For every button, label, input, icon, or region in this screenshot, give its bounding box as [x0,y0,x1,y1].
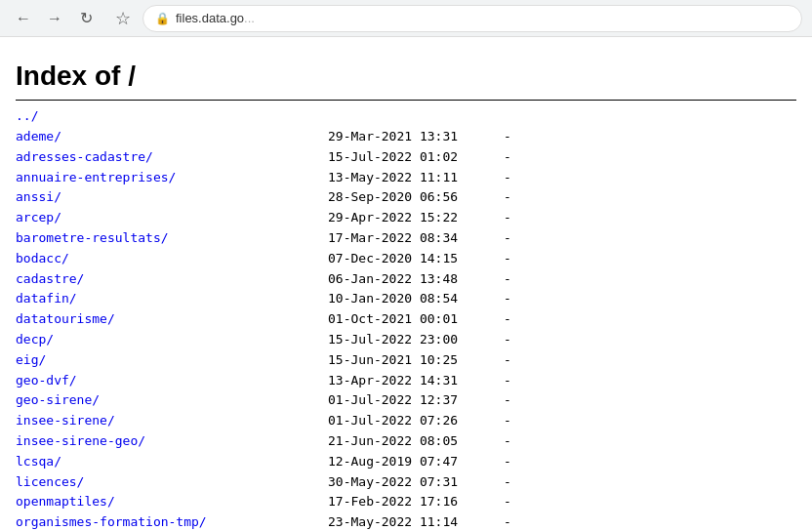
entries-container: ademe/29-Mar-2021 13:31-adresses-cadastr… [16,127,796,531]
list-item: geo-sirene/01-Jul-2022 12:37- [16,390,796,411]
file-date: 21-Jun-2022 08:05 [328,431,504,452]
file-link[interactable]: insee-sirene-geo/ [16,431,328,452]
list-item: licences/30-May-2022 07:31- [16,472,796,493]
file-link[interactable]: openmaptiles/ [16,492,328,512]
file-link[interactable]: annuaire-entreprises/ [16,168,328,188]
file-date: 15-Jun-2021 10:25 [328,350,504,371]
url-text: files.data.go... [176,11,255,25]
forward-button[interactable]: → [41,5,68,32]
list-item: organismes-formation-tmp/23-May-2022 11:… [16,512,796,531]
file-link[interactable]: ademe/ [16,127,328,147]
file-size: - [504,431,511,452]
reload-button[interactable]: ↻ [72,5,100,32]
page-content: Index of / ../ ademe/29-Mar-2021 13:31-a… [0,37,812,531]
file-link[interactable]: adresses-cadastre/ [16,147,328,168]
file-link[interactable]: arcep/ [16,208,328,228]
file-size: - [504,249,511,269]
file-date: 17-Feb-2022 17:16 [328,492,504,512]
file-size: - [504,452,511,472]
file-link[interactable]: decp/ [16,330,328,350]
file-size: - [504,127,511,147]
file-date: 28-Sep-2020 06:56 [328,187,504,208]
file-size: - [504,208,511,228]
file-date: 29-Mar-2021 13:31 [328,127,504,147]
list-item: insee-sirene-geo/21-Jun-2022 08:05- [16,431,796,452]
file-link[interactable]: geo-sirene/ [16,390,328,411]
file-date: 13-Apr-2022 14:31 [328,371,504,391]
list-item: arcep/29-Apr-2022 15:22- [16,208,796,228]
nav-buttons: ← → ↻ [10,5,100,32]
file-date: 17-Mar-2022 08:34 [328,228,504,249]
file-size: - [504,168,511,188]
file-size: - [504,147,511,168]
list-item: decp/15-Jul-2022 23:00- [16,330,796,350]
file-size: - [504,269,511,290]
list-item: barometre-resultats/17-Mar-2022 08:34- [16,228,796,249]
file-link[interactable]: insee-sirene/ [16,411,328,431]
file-size: - [504,390,511,411]
list-item: eig/15-Jun-2021 10:25- [16,350,796,371]
file-size: - [504,309,511,330]
file-size: - [504,350,511,371]
file-link[interactable]: licences/ [16,472,328,493]
file-link[interactable]: datafin/ [16,289,328,309]
list-item: cadastre/06-Jan-2022 13:48- [16,269,796,290]
url-display: files.data.go [176,11,244,25]
file-date: 13-May-2022 11:11 [328,168,504,188]
file-link[interactable]: datatourisme/ [16,309,328,330]
list-item: bodacc/07-Dec-2020 14:15- [16,249,796,269]
top-divider [16,100,796,101]
file-link[interactable]: cadastre/ [16,269,328,290]
file-date: 10-Jan-2020 08:54 [328,289,504,309]
list-item: anssi/28-Sep-2020 06:56- [16,187,796,208]
file-date: 12-Aug-2019 07:47 [328,452,504,472]
browser-toolbar: ← → ↻ ☆ 🔒 files.data.go... [0,0,812,37]
file-date: 15-Jul-2022 23:00 [328,330,504,350]
list-item: datafin/10-Jan-2020 08:54- [16,289,796,309]
file-size: - [504,371,511,391]
address-bar[interactable]: 🔒 files.data.go... [142,5,802,32]
file-size: - [504,492,511,512]
file-date: 01-Jul-2022 07:26 [328,411,504,431]
list-item: ademe/29-Mar-2021 13:31- [16,127,796,147]
file-size: - [504,187,511,208]
lock-icon: 🔒 [155,12,170,25]
list-item: adresses-cadastre/15-Jul-2022 01:02- [16,147,796,168]
file-date: 06-Jan-2022 13:48 [328,269,504,290]
file-date: 01-Oct-2021 00:01 [328,309,504,330]
file-link[interactable]: anssi/ [16,187,328,208]
file-size: - [504,411,511,431]
file-date: 15-Jul-2022 01:02 [328,147,504,168]
list-item: openmaptiles/17-Feb-2022 17:16- [16,492,796,512]
file-list: ../ ademe/29-Mar-2021 13:31-adresses-cad… [16,108,796,531]
file-date: 01-Jul-2022 12:37 [328,390,504,411]
file-size: - [504,228,511,249]
file-size: - [504,512,511,531]
file-date: 07-Dec-2020 14:15 [328,249,504,269]
file-date: 30-May-2022 07:31 [328,472,504,493]
parent-link[interactable]: ../ [16,108,796,123]
file-size: - [504,472,511,493]
page-title: Index of / [16,61,796,92]
list-item: annuaire-entreprises/13-May-2022 11:11- [16,168,796,188]
file-link[interactable]: bodacc/ [16,249,328,269]
list-item: geo-dvf/13-Apr-2022 14:31- [16,371,796,391]
list-item: datatourisme/01-Oct-2021 00:01- [16,309,796,330]
file-link[interactable]: organismes-formation-tmp/ [16,512,328,531]
file-date: 23-May-2022 11:14 [328,512,504,531]
bookmark-button[interactable]: ☆ [111,4,135,33]
url-hidden: ... [244,11,255,25]
list-item: insee-sirene/01-Jul-2022 07:26- [16,411,796,431]
list-item: lcsqa/12-Aug-2019 07:47- [16,452,796,472]
file-size: - [504,330,511,350]
back-button[interactable]: ← [10,5,37,32]
file-date: 29-Apr-2022 15:22 [328,208,504,228]
file-link[interactable]: barometre-resultats/ [16,228,328,249]
file-size: - [504,289,511,309]
file-link[interactable]: geo-dvf/ [16,371,328,391]
file-link[interactable]: eig/ [16,350,328,371]
file-link[interactable]: lcsqa/ [16,452,328,472]
